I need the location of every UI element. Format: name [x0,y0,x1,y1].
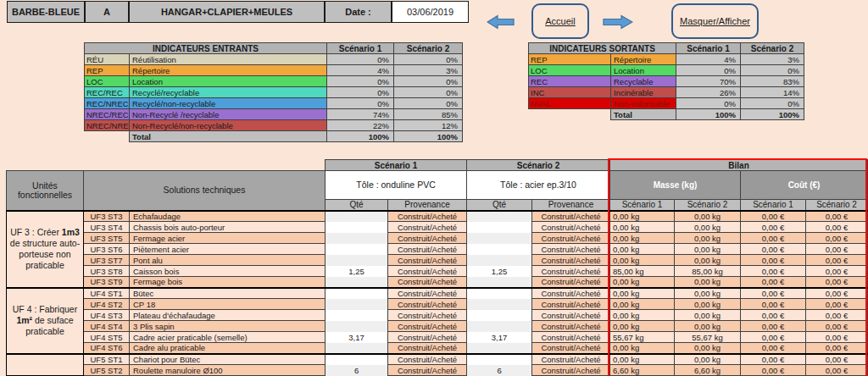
provenance-s1-cell[interactable]: Construit/Acheté [388,266,467,277]
provenance-s2-cell[interactable]: Construit/Acheté [532,255,610,266]
provenance-s1-cell[interactable]: Construit/Acheté [388,343,467,354]
provenance-s2-cell[interactable]: Construit/Acheté [532,233,610,244]
solution-label-cell[interactable]: 3 Plis sapin [130,321,326,332]
indicator-label-cell[interactable]: Répertoire [611,54,676,65]
qty-s1-cell[interactable] [326,288,388,299]
qty-s2-cell[interactable] [467,310,532,321]
indicator-code-cell[interactable]: RÉU [85,54,130,65]
project-name-cell[interactable]: BARBE-BLEUE [7,1,85,23]
solution-label-cell[interactable]: Pont alu [130,255,326,266]
provenance-s2-cell[interactable]: Construit/Acheté [532,266,610,277]
st-code-cell[interactable]: UF4 ST1 [84,288,130,299]
indicator-value-s2[interactable]: 0% [741,98,804,109]
indicator-label-cell[interactable]: Recyclé/recyclable [130,87,327,98]
qty-s2-cell[interactable] [467,277,532,288]
indicator-code-cell[interactable]: LOC [85,76,130,87]
provenance-s2-cell[interactable]: Construit/Acheté [532,310,610,321]
indicator-code-cell[interactable]: NVAL [529,98,611,109]
indicator-label-cell[interactable]: Réutilisation [130,54,327,65]
solution-label-cell[interactable]: Fermage acier [130,233,326,244]
indicator-value-s1[interactable]: 4% [327,65,394,76]
qty-s2-cell[interactable] [467,343,532,354]
solution-label-cell[interactable]: Caisson bois [130,266,326,277]
st-code-cell[interactable]: UF4 ST6 [84,343,130,354]
scenario1-variant-cell[interactable]: Tôle : onduline PVC [326,171,467,200]
qty-s1-cell[interactable] [326,277,388,288]
provenance-s1-cell[interactable]: Construit/Acheté [388,255,467,266]
qty-s2-cell[interactable] [467,255,532,266]
qty-s1-cell[interactable] [326,354,388,365]
toggle-visibility-button[interactable]: Masquer/Afficher [671,3,759,39]
indicator-value-s2[interactable]: 3% [741,54,804,65]
indicator-value-s2[interactable]: 0% [394,98,463,109]
indicator-label-cell[interactable]: Recyclable [611,76,676,87]
solution-label-cell[interactable]: Plateau d'échafaudage [130,310,326,321]
provenance-s1-cell[interactable]: Construit/Acheté [388,321,467,332]
indicator-label-cell[interactable]: Recyclé/non-recyclable [130,98,327,109]
qty-s2-cell[interactable] [467,244,532,255]
provenance-s2-cell[interactable]: Construit/Acheté [532,343,610,354]
provenance-s1-cell[interactable]: Construit/Acheté [388,288,467,299]
scenario2-variant-cell[interactable]: Tôle : acier ep.3/10 [467,171,610,200]
qty-s1-cell[interactable] [326,255,388,266]
indicator-value-s2[interactable]: 0% [394,87,463,98]
indicator-label-cell[interactable]: Location [130,76,327,87]
arrow-left-icon[interactable] [487,14,515,30]
arrow-right-icon[interactable] [603,14,633,30]
home-button[interactable]: Accueil [531,3,589,39]
scenario-name-cell[interactable]: HANGAR+CLAPIER+MEULES [129,1,325,23]
provenance-s1-cell[interactable]: Construit/Acheté [388,222,467,233]
solution-label-cell[interactable]: Fermage bois [130,277,326,288]
qty-s1-cell[interactable] [326,343,388,354]
indicator-value-s2[interactable]: 12% [394,120,463,131]
st-code-cell[interactable]: UF3 ST6 [84,244,130,255]
solution-label-cell[interactable]: Piètement acier [130,244,326,255]
st-code-cell[interactable]: UF3 ST7 [84,255,130,266]
total-value-s2[interactable]: 100% [394,131,463,142]
st-code-cell[interactable]: UF3 ST9 [84,277,130,288]
qty-s2-cell[interactable]: 3,17 [467,332,532,343]
indicator-value-s1[interactable]: 0% [676,65,741,76]
qty-s1-cell[interactable] [326,244,388,255]
qty-s1-cell[interactable] [326,222,388,233]
indicator-value-s2[interactable]: 0% [394,54,463,65]
qty-s1-cell[interactable]: 6 [326,365,388,376]
provenance-s1-cell[interactable]: Construit/Acheté [388,310,467,321]
indicator-code-cell[interactable]: REC/REC [85,87,130,98]
qty-s2-cell[interactable] [467,299,532,310]
qty-s2-cell[interactable] [467,321,532,332]
st-code-cell[interactable]: UF3 ST5 [84,233,130,244]
st-code-cell[interactable]: UF4 ST5 [84,332,130,343]
provenance-s1-cell[interactable]: Construit/Acheté [388,354,467,365]
indicator-value-s1[interactable]: 74% [327,109,394,120]
provenance-s1-cell[interactable]: Construit/Acheté [388,211,467,222]
provenance-s2-cell[interactable]: Construit/Acheté [532,211,610,222]
indicator-value-s1[interactable]: 22% [327,120,394,131]
provenance-s1-cell[interactable]: Construit/Acheté [388,277,467,288]
indicator-code-cell[interactable]: NREC/REC [85,109,130,120]
qty-s1-cell[interactable] [326,310,388,321]
provenance-s2-cell[interactable]: Construit/Acheté [532,354,610,365]
qty-s1-cell[interactable]: 1,25 [326,266,388,277]
st-code-cell[interactable]: UF4 ST3 [84,310,130,321]
st-code-cell[interactable]: UF4 ST2 [84,299,130,310]
indicator-value-s1[interactable]: 0% [676,98,741,109]
indicator-code-cell[interactable]: NREC/NREC [85,120,130,131]
solution-label-cell[interactable]: Echafaudage [130,211,326,222]
indicator-value-s2[interactable]: 0% [741,65,804,76]
solution-label-cell[interactable]: Cadre acier praticable (semelle) [130,332,326,343]
indicator-label-cell[interactable]: Répertoire [130,65,327,76]
indicator-value-s1[interactable]: 4% [676,54,741,65]
st-code-cell[interactable]: UF3 ST4 [84,222,130,233]
provenance-s2-cell[interactable]: Construit/Acheté [532,277,610,288]
indicator-value-s2[interactable]: 0% [394,76,463,87]
indicator-value-s2[interactable]: 3% [394,65,463,76]
provenance-s2-cell[interactable]: Construit/Acheté [532,365,610,376]
indicator-code-cell[interactable]: INC [529,87,611,98]
indicator-value-s1[interactable]: 0% [327,98,394,109]
provenance-s2-cell[interactable]: Construit/Acheté [532,222,610,233]
indicator-value-s2[interactable]: 14% [741,87,804,98]
provenance-s1-cell[interactable]: Construit/Acheté [388,244,467,255]
solution-label-cell[interactable]: CP 18 [130,299,326,310]
qty-s1-cell[interactable] [326,233,388,244]
